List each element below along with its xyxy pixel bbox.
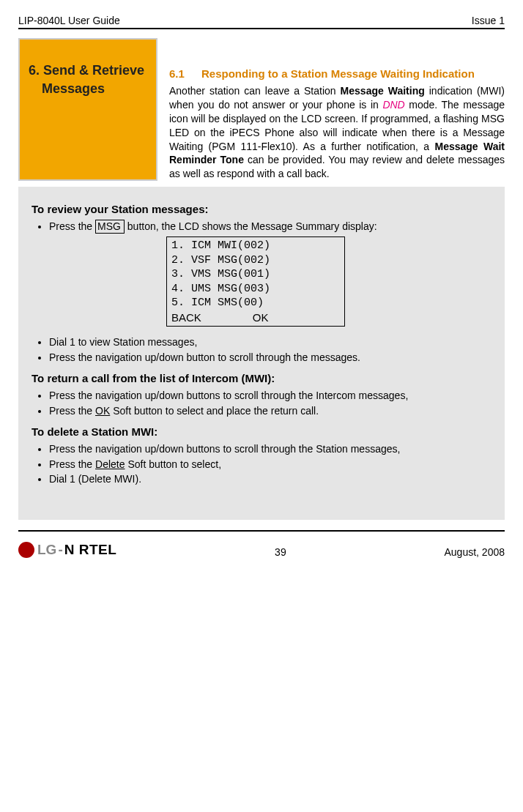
review-step-1: Press the MSG button, the LCD shows the … — [49, 220, 492, 327]
issue-label: Issue 1 — [472, 15, 505, 26]
review-heading: To review your Station messages: — [31, 203, 492, 215]
delete-step-3: Dial 1 (Delete MWI). — [49, 472, 492, 486]
lcd-line-5: 5. ICM SMS(00) — [171, 296, 340, 310]
delete-step-1: Press the navigation up/down buttons to … — [49, 442, 492, 456]
lcd-line-2: 2. VSF MSG(002) — [171, 253, 340, 268]
delete-soft-button[interactable]: Delete — [95, 458, 125, 470]
page-number: 39 — [116, 533, 444, 558]
return-call-heading: To return a call from the list of Interc… — [31, 372, 492, 384]
chapter-box: 6. Send & Retrieve Messages — [18, 38, 157, 181]
lg-nortel-logo: LG - N RTEL — [18, 542, 116, 558]
doc-title: LIP-8040L User Guide — [18, 15, 120, 26]
ok-soft-button[interactable]: OK — [95, 405, 110, 417]
section-number: 6.1 — [169, 67, 191, 80]
logo-nortel-text: N RTEL — [64, 542, 117, 558]
lcd-line-3: 3. VMS MSG(001) — [171, 267, 340, 282]
intro-paragraph: Another station can leave a Station Mess… — [169, 84, 505, 181]
lcd-line-1: 1. ICM MWI(002) — [171, 239, 340, 253]
return-step-2: Press the OK Soft button to select and p… — [49, 404, 492, 418]
msg-button[interactable]: MSG — [95, 220, 125, 234]
dnd-text: DND — [382, 99, 404, 111]
instructions-box: To review your Station messages: Press t… — [18, 187, 505, 520]
chapter-line-1: 6. Send & Retrieve — [29, 62, 150, 80]
lcd-ok-button[interactable]: OK — [253, 310, 269, 325]
review-step-3: Press the navigation up/down button to s… — [49, 351, 492, 365]
footer-date: August, 2008 — [444, 533, 505, 558]
section-title: Responding to a Station Message Waiting … — [201, 67, 475, 80]
return-step-1: Press the navigation up/down buttons to … — [49, 389, 492, 403]
section-heading: 6.1 Responding to a Station Message Wait… — [169, 67, 505, 80]
lg-logo-icon — [18, 542, 34, 558]
lcd-back-button[interactable]: BACK — [171, 310, 201, 325]
lcd-display: 1. ICM MWI(002) 2. VSF MSG(002) 3. VMS M… — [166, 236, 345, 327]
lcd-line-4: 4. UMS MSG(003) — [171, 282, 340, 297]
page-footer: LG - N RTEL 39 August, 2008 — [18, 530, 505, 558]
chapter-line-2: Messages — [29, 80, 150, 98]
review-step-2: Dial 1 to view Station messages, — [49, 335, 492, 349]
logo-lg-text: LG — [37, 542, 56, 558]
msg-waiting-bold: Message Waiting — [341, 85, 425, 97]
delete-mwi-heading: To delete a Station MWI: — [31, 425, 492, 438]
page-header: LIP-8040L User Guide Issue 1 — [18, 15, 505, 29]
delete-step-2: Press the Delete Soft button to select, — [49, 458, 492, 472]
